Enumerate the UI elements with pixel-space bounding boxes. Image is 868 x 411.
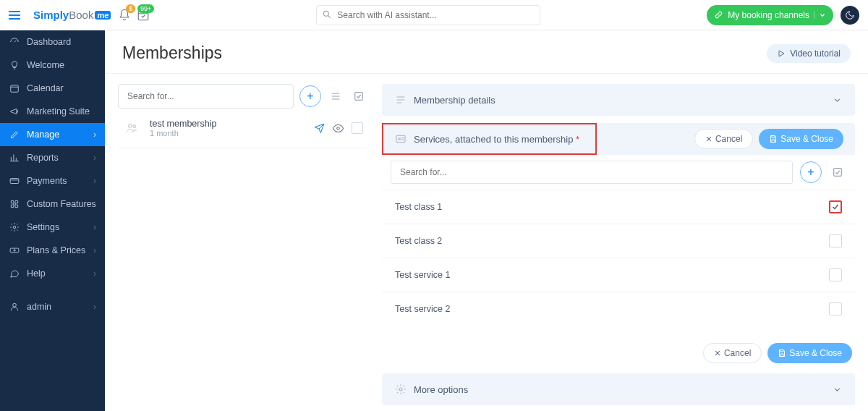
- svg-point-1: [324, 11, 329, 16]
- services-panel-header[interactable]: Services, attached to this membership *: [382, 123, 597, 155]
- save-close-button[interactable]: Save & Close: [759, 129, 843, 149]
- top-calendar-icon[interactable]: 99+: [137, 9, 150, 22]
- sidebar-item-label: admin: [27, 302, 51, 312]
- sidebar-item-label: Marketing Suite: [27, 106, 90, 116]
- cancel-label: Cancel: [724, 348, 751, 358]
- gauge-icon: [9, 37, 20, 47]
- more-options-panel: More options: [382, 373, 855, 405]
- services-search-input[interactable]: [391, 161, 793, 184]
- svg-point-7: [12, 303, 16, 307]
- chevron-right-icon: ›: [93, 268, 96, 279]
- cancel-button-bottom[interactable]: Cancel: [703, 343, 762, 363]
- theme-toggle-icon[interactable]: [841, 6, 859, 25]
- membership-list-item[interactable]: test membership 1 month: [118, 109, 367, 148]
- chevron-right-icon: ›: [93, 302, 96, 312]
- chevron-down-icon: [814, 12, 826, 19]
- sidebar-item-dashboard[interactable]: Dashboard: [0, 30, 105, 54]
- service-row[interactable]: Test class 1: [382, 190, 855, 224]
- gear-icon: [395, 384, 407, 395]
- video-tutorial-label: Video tutorial: [790, 48, 841, 59]
- svg-rect-2: [10, 85, 18, 92]
- membership-search-input[interactable]: [118, 84, 294, 109]
- service-name: Test service 1: [395, 270, 450, 280]
- ai-search-input[interactable]: [316, 5, 540, 25]
- search-icon: [322, 9, 332, 20]
- chevron-down-icon: [833, 96, 842, 105]
- service-row[interactable]: Test service 2: [382, 292, 855, 326]
- sidebar-item-calendar[interactable]: Calendar: [0, 77, 105, 100]
- services-icon: [395, 133, 407, 145]
- add-service-button[interactable]: +: [800, 161, 822, 183]
- pencil-icon: [9, 130, 20, 140]
- cancel-label: Cancel: [715, 134, 742, 144]
- sidebar: Dashboard Welcome Calendar Marketing Sui…: [0, 30, 105, 411]
- user-icon: [9, 302, 20, 312]
- sidebar-item-help[interactable]: Help ›: [0, 262, 105, 285]
- sidebar-item-settings[interactable]: Settings ›: [0, 216, 105, 239]
- sidebar-item-label: Calendar: [27, 83, 64, 93]
- booking-channels-label: My booking channels: [728, 10, 809, 20]
- service-name: Test class 2: [395, 236, 442, 246]
- add-membership-button[interactable]: +: [299, 85, 321, 107]
- svg-point-14: [399, 138, 401, 140]
- save-close-button-bottom[interactable]: Save & Close: [767, 343, 852, 363]
- sidebar-item-label: Welcome: [27, 60, 64, 70]
- service-name: Test class 1: [395, 202, 442, 212]
- service-checkbox[interactable]: [829, 200, 842, 213]
- service-row[interactable]: Test class 2: [382, 224, 855, 258]
- brand-me: me: [95, 11, 111, 20]
- hamburger-menu-icon[interactable]: [9, 11, 29, 20]
- sidebar-item-plans[interactable]: Plans & Prices ›: [0, 239, 105, 262]
- send-icon[interactable]: [314, 123, 325, 134]
- brand-logo[interactable]: SimplyBookme: [33, 9, 111, 21]
- brand-simply: Simply: [33, 9, 69, 21]
- membership-details-header[interactable]: Membership details: [382, 84, 855, 116]
- topbar: SimplyBookme $ 99+ My booking ch: [0, 0, 868, 30]
- svg-rect-9: [355, 93, 363, 101]
- service-checkbox[interactable]: [829, 268, 842, 281]
- megaphone-icon: [9, 106, 20, 116]
- svg-marker-8: [779, 51, 784, 56]
- sidebar-item-custom-features[interactable]: Custom Features: [0, 192, 105, 216]
- calendar-badge: 99+: [137, 4, 154, 13]
- membership-details-panel: Membership details: [382, 84, 855, 116]
- select-all-services-icon[interactable]: [829, 164, 846, 181]
- notifications-badge: $: [126, 4, 135, 13]
- booking-channels-button[interactable]: My booking channels: [707, 5, 833, 25]
- sidebar-item-payments[interactable]: Payments ›: [0, 169, 105, 192]
- panel-title: Membership details: [414, 95, 495, 106]
- people-icon: [122, 120, 141, 136]
- svg-rect-5: [10, 248, 19, 253]
- more-options-header[interactable]: More options: [382, 373, 855, 405]
- chevron-right-icon: ›: [93, 130, 96, 140]
- sidebar-item-label: Manage: [27, 130, 59, 140]
- video-tutorial-button[interactable]: Video tutorial: [767, 44, 851, 63]
- gear-icon: [9, 222, 20, 232]
- bulb-icon: [9, 60, 20, 70]
- service-checkbox[interactable]: [829, 234, 842, 247]
- panel-title: More options: [414, 384, 468, 395]
- sidebar-item-label: Plans & Prices: [27, 245, 85, 255]
- list-icon[interactable]: [327, 88, 344, 105]
- svg-point-4: [13, 226, 16, 229]
- service-row[interactable]: Test service 1: [382, 258, 855, 292]
- service-checkbox[interactable]: [829, 302, 842, 315]
- select-all-icon[interactable]: [350, 88, 367, 105]
- calendar-icon: [9, 83, 20, 93]
- sidebar-item-marketing[interactable]: Marketing Suite: [0, 100, 105, 123]
- svg-point-16: [399, 388, 402, 391]
- sidebar-item-admin[interactable]: admin ›: [0, 295, 105, 318]
- eye-icon[interactable]: [332, 122, 344, 135]
- notifications-bell-icon[interactable]: $: [118, 9, 131, 22]
- sidebar-item-manage[interactable]: Manage ›: [0, 123, 105, 146]
- cash-icon: [9, 245, 20, 255]
- svg-rect-13: [396, 135, 405, 142]
- chevron-right-icon: ›: [93, 176, 96, 186]
- chat-icon: [9, 268, 20, 279]
- membership-checkbox[interactable]: [352, 122, 363, 134]
- sidebar-item-reports[interactable]: Reports ›: [0, 146, 105, 169]
- cancel-button[interactable]: Cancel: [694, 129, 753, 149]
- membership-duration: 1 month: [150, 129, 305, 137]
- services-panel: Services, attached to this membership * …: [382, 123, 855, 326]
- sidebar-item-welcome[interactable]: Welcome: [0, 54, 105, 77]
